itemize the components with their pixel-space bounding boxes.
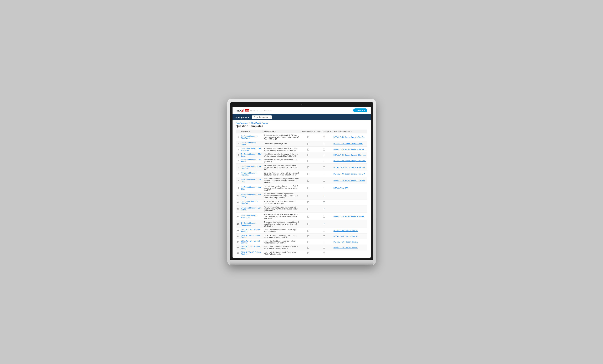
row-form-complete[interactable] bbox=[316, 184, 332, 192]
row-num: 8 bbox=[236, 177, 240, 184]
breadcrumb-link-1[interactable]: Form Templates bbox=[236, 122, 248, 124]
row-question[interactable]: 6.0 Student Survey1 - Freeform F... bbox=[240, 213, 263, 220]
laptop-screen: mogli SMS INTELLIGENT TEXT MESSAGING sal… bbox=[232, 107, 371, 258]
row-question[interactable]: 4.0 Student Survey1 - Med GPA bbox=[240, 184, 263, 192]
row-first-question[interactable] bbox=[301, 158, 316, 164]
row-question[interactable]: 7.0 Student Survey1 - Feedback l... bbox=[240, 220, 263, 228]
row-num: 18 bbox=[236, 245, 240, 250]
row-form-complete[interactable] bbox=[316, 171, 332, 177]
row-question[interactable]: DEFAULT - 4.0 - Student Survey1 bbox=[240, 245, 263, 250]
row-default-next[interactable]: DEFAULT - 3.0 Student Survey1 - GPA Sop.… bbox=[332, 164, 367, 171]
row-form-complete[interactable] bbox=[316, 233, 332, 239]
row-first-question[interactable] bbox=[301, 133, 316, 141]
row-message: Thank you. Your feedback is important to… bbox=[263, 220, 301, 228]
row-default-next[interactable]: DEFAULT - 4.0 Student Survey1 - High GPA bbox=[332, 171, 367, 177]
table-row: 105.0 Student Survey1 - Med RatingWe kno… bbox=[236, 192, 367, 199]
row-form-complete[interactable] bbox=[316, 164, 332, 171]
row-default-next[interactable]: DEFAULT - 1.0 - Student Survey1 bbox=[332, 228, 367, 233]
row-first-question[interactable] bbox=[301, 250, 316, 256]
row-first-question[interactable] bbox=[301, 199, 316, 205]
row-first-question[interactable] bbox=[301, 171, 316, 177]
row-question[interactable]: 3.0 Student Survey1 - GPA Senior bbox=[240, 158, 263, 164]
row-first-question[interactable] bbox=[301, 141, 316, 147]
row-form-complete[interactable] bbox=[316, 199, 332, 205]
row-form-complete[interactable] bbox=[316, 220, 332, 228]
row-first-question[interactable] bbox=[301, 228, 316, 233]
row-question[interactable]: DEFAULT - 2.0 - Student Survey1 bbox=[240, 233, 263, 239]
row-question[interactable]: 5.0 Student Survey1 - Low Rating bbox=[240, 205, 263, 213]
row-question[interactable]: 1.0 Student Survey1 - Start Survey bbox=[240, 133, 263, 141]
row-question[interactable]: 4.0 Student Survey1 - High GPA bbox=[240, 171, 263, 177]
row-question[interactable]: 3.0 Student Survey1 - GPA Sophmore bbox=[240, 164, 263, 171]
row-form-complete[interactable] bbox=[316, 213, 332, 220]
row-first-question[interactable] bbox=[301, 152, 316, 158]
salesforce-button[interactable]: salesforce bbox=[353, 109, 367, 112]
row-form-complete[interactable] bbox=[316, 205, 332, 213]
row-question[interactable]: DEFAULT DOUBLE MISS- Student... bbox=[240, 250, 263, 256]
row-num: 9 bbox=[236, 184, 240, 192]
row-message: Sorry. I didn't understand that. Please … bbox=[263, 233, 301, 239]
row-question[interactable]: 5.0 Student Survey1 - Med Rating bbox=[240, 192, 263, 199]
row-default-next[interactable]: DEFAULT - 4.0 Student Survey1 - Low GPA bbox=[332, 177, 367, 184]
row-question[interactable]: DEFAULT - 1.0 - Student Survey1 bbox=[240, 228, 263, 233]
row-first-question[interactable] bbox=[301, 184, 316, 192]
row-first-question[interactable] bbox=[301, 239, 316, 245]
row-num: 7 bbox=[236, 171, 240, 177]
table-row: 84.0 Student Survey1 - Low GPAHmm. Must … bbox=[236, 177, 367, 184]
row-question[interactable]: 3.0 Student Survey1 - GPA Freshman bbox=[240, 147, 263, 152]
row-question[interactable]: DEFAULT - 3.0 - Student Survey1 bbox=[240, 239, 263, 245]
row-num: 6 bbox=[236, 164, 240, 171]
breadcrumb-link-2[interactable]: New Mogli U Recruit bbox=[251, 122, 267, 124]
row-form-complete[interactable] bbox=[316, 245, 332, 250]
row-first-question[interactable] bbox=[301, 177, 316, 184]
row-form-complete[interactable] bbox=[316, 147, 332, 152]
row-form-complete[interactable] bbox=[316, 133, 332, 141]
row-default-next[interactable]: DEFAULT - 3.0 Student Survey1 - GPA Fre.… bbox=[332, 147, 367, 152]
row-first-question[interactable] bbox=[301, 233, 316, 239]
row-default-next[interactable]: DEFAULT - 2.0 - Student Survey1 bbox=[332, 233, 367, 239]
row-first-question[interactable] bbox=[301, 213, 316, 220]
row-default-next[interactable]: DEFAULT - 3.0 Student Survey1 - GPA Jun.… bbox=[332, 152, 367, 158]
row-question[interactable]: 3.0 Student Survey1 - GPA Junior bbox=[240, 152, 263, 158]
row-default-next[interactable]: DEFAULT Med GPA bbox=[332, 184, 367, 192]
row-default-next[interactable]: DEFAULT - 4.0 - Student Survey1 bbox=[332, 245, 367, 250]
row-form-complete[interactable] bbox=[316, 192, 332, 199]
question-templates-table: Question ▾ Message Text ▾ First Question… bbox=[236, 130, 367, 256]
row-first-question[interactable] bbox=[301, 147, 316, 152]
row-form-complete[interactable] bbox=[316, 228, 332, 233]
row-form-complete[interactable] bbox=[316, 158, 332, 164]
form-templates-dropdown[interactable]: Form Templates bbox=[252, 115, 272, 119]
row-first-question[interactable] bbox=[301, 220, 316, 228]
row-form-complete[interactable] bbox=[316, 152, 332, 158]
row-question[interactable]: 2.0 Student Survey1 - Grade bbox=[240, 141, 263, 147]
col-message[interactable]: Message Text ▾ bbox=[263, 130, 301, 133]
row-default-next[interactable]: DEFAULT - 1.0 Student Survey1 - Start Su… bbox=[332, 133, 367, 141]
row-form-complete[interactable] bbox=[316, 141, 332, 147]
row-default-next bbox=[332, 199, 367, 205]
col-default-next[interactable]: Default Next Question ▾ bbox=[332, 130, 367, 133]
row-first-question[interactable] bbox=[301, 245, 316, 250]
row-form-complete[interactable] bbox=[316, 177, 332, 184]
row-default-next bbox=[332, 220, 367, 228]
row-question[interactable]: 5.0 Student Survey1 - High Rating bbox=[240, 199, 263, 205]
row-first-question[interactable] bbox=[301, 192, 316, 199]
row-default-next[interactable]: DEFAULT - 3.0 Student Survey1 - GPA Sen.… bbox=[332, 158, 367, 164]
row-message: Your feedback is valuable. Please reply … bbox=[263, 213, 301, 220]
row-message: Nice. I hope you're having a great Junio… bbox=[263, 152, 301, 158]
sort-arrow-formcomplete: ▾ bbox=[330, 131, 331, 132]
row-num: 4 bbox=[236, 152, 240, 158]
row-question[interactable]: 4.0 Student Survey1 - Low GPA bbox=[240, 177, 263, 184]
row-form-complete[interactable] bbox=[316, 239, 332, 245]
table-row: 74.0 Student Survey1 - High GPACongrats!… bbox=[236, 171, 367, 177]
row-form-complete[interactable] bbox=[316, 250, 332, 256]
table-row: 63.0 Student Survey1 - GPA SophmoreExcel… bbox=[236, 164, 367, 171]
row-first-question[interactable] bbox=[301, 205, 316, 213]
row-num: 1 bbox=[236, 133, 240, 141]
row-default-next[interactable]: DEFAULT - 3.0 - Student Survey1 bbox=[332, 239, 367, 245]
col-question[interactable]: Question ▾ bbox=[240, 130, 263, 133]
col-first-q[interactable]: First Question ▾ bbox=[301, 130, 316, 133]
row-default-next[interactable]: DEFAULT - 2.0 Student Survey1 - Grade bbox=[332, 141, 367, 147]
col-form-complete[interactable]: Form Complete ▾ bbox=[316, 130, 332, 133]
row-default-next[interactable]: DEFAULT - 6.0 Student Survey1 Freeform..… bbox=[332, 213, 367, 220]
row-first-question[interactable] bbox=[301, 164, 316, 171]
